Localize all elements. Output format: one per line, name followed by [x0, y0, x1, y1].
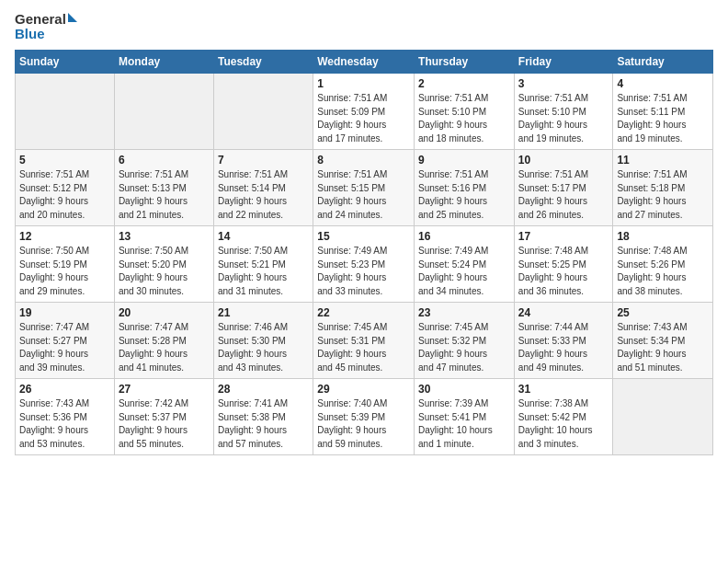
day-cell: 10Sunrise: 7:51 AM Sunset: 5:17 PM Dayli… — [514, 150, 613, 226]
day-number: 14 — [218, 230, 309, 243]
day-number: 25 — [617, 306, 709, 319]
day-cell: 2Sunrise: 7:51 AM Sunset: 5:10 PM Daylig… — [415, 74, 515, 150]
day-cell: 30Sunrise: 7:39 AM Sunset: 5:41 PM Dayli… — [415, 379, 515, 455]
day-cell — [16, 74, 115, 150]
day-info: Sunrise: 7:45 AM Sunset: 5:32 PM Dayligh… — [418, 321, 510, 374]
day-number: 3 — [518, 77, 609, 90]
day-cell: 31Sunrise: 7:38 AM Sunset: 5:42 PM Dayli… — [514, 379, 613, 455]
day-cell: 12Sunrise: 7:50 AM Sunset: 5:19 PM Dayli… — [16, 226, 115, 303]
day-cell: 20Sunrise: 7:47 AM Sunset: 5:28 PM Dayli… — [114, 303, 213, 379]
weekday-header-saturday: Saturday — [613, 51, 713, 74]
day-info: Sunrise: 7:50 AM Sunset: 5:19 PM Dayligh… — [19, 245, 110, 298]
day-info: Sunrise: 7:38 AM Sunset: 5:42 PM Dayligh… — [518, 397, 609, 451]
day-info: Sunrise: 7:50 AM Sunset: 5:21 PM Dayligh… — [218, 245, 309, 298]
day-cell: 23Sunrise: 7:45 AM Sunset: 5:32 PM Dayli… — [415, 303, 515, 379]
day-info: Sunrise: 7:51 AM Sunset: 5:13 PM Dayligh… — [119, 168, 210, 222]
day-number: 28 — [218, 383, 309, 396]
day-cell: 9Sunrise: 7:51 AM Sunset: 5:16 PM Daylig… — [415, 150, 515, 226]
day-cell: 8Sunrise: 7:51 AM Sunset: 5:15 PM Daylig… — [313, 150, 415, 226]
week-row-4: 19Sunrise: 7:47 AM Sunset: 5:27 PM Dayli… — [16, 303, 713, 379]
day-info: Sunrise: 7:51 AM Sunset: 5:16 PM Dayligh… — [418, 168, 510, 222]
day-info: Sunrise: 7:45 AM Sunset: 5:31 PM Dayligh… — [317, 321, 410, 374]
day-cell: 24Sunrise: 7:44 AM Sunset: 5:33 PM Dayli… — [514, 303, 613, 379]
week-row-5: 26Sunrise: 7:43 AM Sunset: 5:36 PM Dayli… — [16, 379, 713, 455]
day-number: 23 — [418, 306, 510, 319]
day-info: Sunrise: 7:51 AM Sunset: 5:10 PM Dayligh… — [418, 92, 510, 145]
day-number: 9 — [418, 154, 510, 167]
day-number: 10 — [518, 154, 609, 167]
day-number: 17 — [518, 230, 609, 243]
day-info: Sunrise: 7:51 AM Sunset: 5:17 PM Dayligh… — [518, 168, 609, 222]
day-info: Sunrise: 7:43 AM Sunset: 5:34 PM Dayligh… — [617, 321, 709, 374]
header: GeneralBlue — [15, 9, 713, 42]
day-info: Sunrise: 7:48 AM Sunset: 5:26 PM Dayligh… — [617, 245, 709, 298]
day-info: Sunrise: 7:40 AM Sunset: 5:39 PM Dayligh… — [317, 397, 410, 451]
day-number: 20 — [119, 306, 210, 319]
day-cell: 19Sunrise: 7:47 AM Sunset: 5:27 PM Dayli… — [16, 303, 115, 379]
svg-text:Blue: Blue — [15, 26, 45, 41]
day-cell: 29Sunrise: 7:40 AM Sunset: 5:39 PM Dayli… — [313, 379, 415, 455]
day-cell: 1Sunrise: 7:51 AM Sunset: 5:09 PM Daylig… — [313, 74, 415, 150]
day-cell: 15Sunrise: 7:49 AM Sunset: 5:23 PM Dayli… — [313, 226, 415, 303]
day-cell: 21Sunrise: 7:46 AM Sunset: 5:30 PM Dayli… — [213, 303, 313, 379]
day-number: 12 — [19, 230, 110, 243]
day-info: Sunrise: 7:51 AM Sunset: 5:11 PM Dayligh… — [617, 92, 709, 145]
day-info: Sunrise: 7:51 AM Sunset: 5:12 PM Dayligh… — [19, 168, 110, 222]
day-cell: 14Sunrise: 7:50 AM Sunset: 5:21 PM Dayli… — [213, 226, 313, 303]
day-number: 13 — [119, 230, 210, 243]
week-row-3: 12Sunrise: 7:50 AM Sunset: 5:19 PM Dayli… — [16, 226, 713, 303]
week-row-2: 5Sunrise: 7:51 AM Sunset: 5:12 PM Daylig… — [16, 150, 713, 226]
day-cell: 11Sunrise: 7:51 AM Sunset: 5:18 PM Dayli… — [613, 150, 713, 226]
day-info: Sunrise: 7:43 AM Sunset: 5:36 PM Dayligh… — [19, 397, 110, 451]
day-cell: 22Sunrise: 7:45 AM Sunset: 5:31 PM Dayli… — [313, 303, 415, 379]
day-number: 26 — [19, 383, 110, 396]
day-cell: 6Sunrise: 7:51 AM Sunset: 5:13 PM Daylig… — [114, 150, 213, 226]
day-cell: 4Sunrise: 7:51 AM Sunset: 5:11 PM Daylig… — [613, 74, 713, 150]
day-number: 21 — [218, 306, 309, 319]
weekday-header-friday: Friday — [514, 51, 613, 74]
day-number: 6 — [119, 154, 210, 167]
svg-marker-2 — [68, 13, 77, 22]
day-info: Sunrise: 7:42 AM Sunset: 5:37 PM Dayligh… — [119, 397, 210, 451]
day-cell: 16Sunrise: 7:49 AM Sunset: 5:24 PM Dayli… — [415, 226, 515, 303]
day-number: 24 — [518, 306, 609, 319]
day-number: 29 — [317, 383, 410, 396]
day-number: 27 — [119, 383, 210, 396]
day-info: Sunrise: 7:51 AM Sunset: 5:14 PM Dayligh… — [218, 168, 309, 222]
day-cell: 17Sunrise: 7:48 AM Sunset: 5:25 PM Dayli… — [514, 226, 613, 303]
day-cell — [114, 74, 213, 150]
day-number: 8 — [317, 154, 410, 167]
day-info: Sunrise: 7:46 AM Sunset: 5:30 PM Dayligh… — [218, 321, 309, 374]
logo-svg: GeneralBlue — [15, 9, 79, 42]
day-cell: 3Sunrise: 7:51 AM Sunset: 5:10 PM Daylig… — [514, 74, 613, 150]
day-cell: 27Sunrise: 7:42 AM Sunset: 5:37 PM Dayli… — [114, 379, 213, 455]
day-cell: 18Sunrise: 7:48 AM Sunset: 5:26 PM Dayli… — [613, 226, 713, 303]
day-info: Sunrise: 7:44 AM Sunset: 5:33 PM Dayligh… — [518, 321, 609, 374]
weekday-header-monday: Monday — [114, 51, 213, 74]
day-info: Sunrise: 7:47 AM Sunset: 5:28 PM Dayligh… — [119, 321, 210, 374]
day-number: 5 — [19, 154, 110, 167]
day-cell: 28Sunrise: 7:41 AM Sunset: 5:38 PM Dayli… — [213, 379, 313, 455]
day-info: Sunrise: 7:51 AM Sunset: 5:15 PM Dayligh… — [317, 168, 410, 222]
day-number: 1 — [317, 77, 410, 90]
day-number: 19 — [19, 306, 110, 319]
day-number: 16 — [418, 230, 510, 243]
page: GeneralBlue SundayMondayTuesdayWednesday… — [0, 0, 728, 563]
weekday-header-sunday: Sunday — [16, 51, 115, 74]
day-number: 2 — [418, 77, 510, 90]
week-row-1: 1Sunrise: 7:51 AM Sunset: 5:09 PM Daylig… — [16, 74, 713, 150]
day-info: Sunrise: 7:49 AM Sunset: 5:24 PM Dayligh… — [418, 245, 510, 298]
day-info: Sunrise: 7:39 AM Sunset: 5:41 PM Dayligh… — [418, 397, 510, 451]
day-cell — [213, 74, 313, 150]
day-cell: 25Sunrise: 7:43 AM Sunset: 5:34 PM Dayli… — [613, 303, 713, 379]
day-cell — [613, 379, 713, 455]
day-info: Sunrise: 7:47 AM Sunset: 5:27 PM Dayligh… — [19, 321, 110, 374]
logo: GeneralBlue — [15, 9, 79, 42]
weekday-header-row: SundayMondayTuesdayWednesdayThursdayFrid… — [16, 51, 713, 74]
day-number: 30 — [418, 383, 510, 396]
day-info: Sunrise: 7:48 AM Sunset: 5:25 PM Dayligh… — [518, 245, 609, 298]
day-number: 31 — [518, 383, 609, 396]
weekday-header-tuesday: Tuesday — [213, 51, 313, 74]
day-number: 22 — [317, 306, 410, 319]
weekday-header-wednesday: Wednesday — [313, 51, 415, 74]
